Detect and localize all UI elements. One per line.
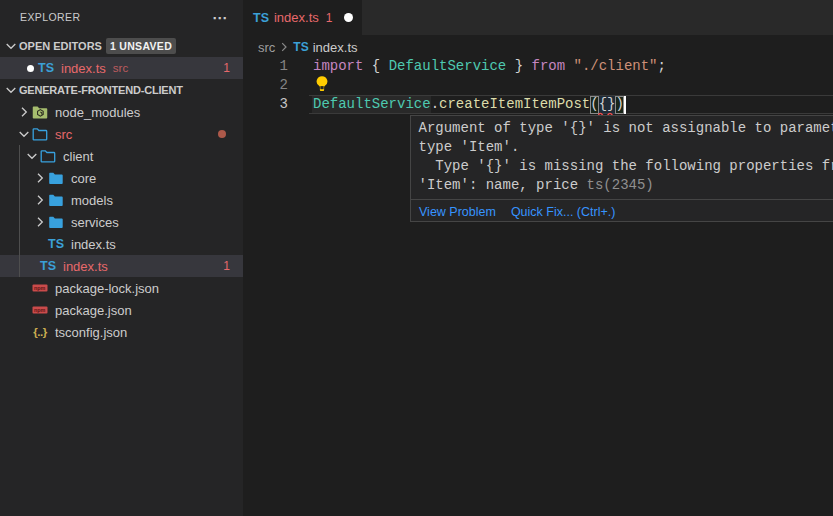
- svg-text:npm: npm: [34, 307, 46, 313]
- svg-text:npm: npm: [34, 285, 46, 291]
